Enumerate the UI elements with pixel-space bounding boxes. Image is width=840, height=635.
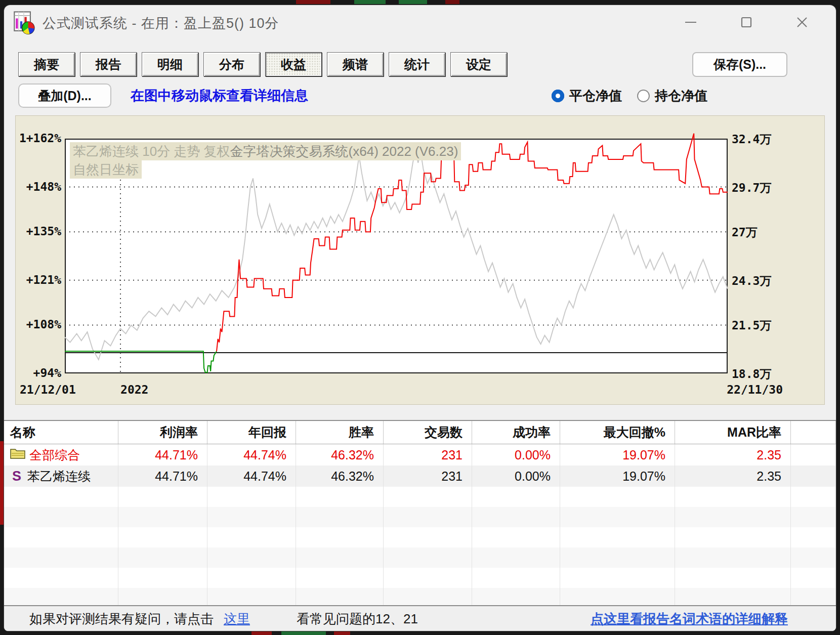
row-name: 苯乙烯连续 — [27, 468, 91, 485]
empty-cell — [675, 568, 791, 588]
value-cell: 0.00% — [472, 444, 560, 465]
overlay-button[interactable]: 叠加(D)... — [18, 83, 111, 108]
radio-closed-equity[interactable]: 平仓净值 — [552, 87, 622, 105]
equity-mode-radios: 平仓净值持仓净值 — [552, 83, 707, 108]
empty-cell — [207, 547, 296, 568]
empty-cell — [472, 588, 560, 606]
table-row-empty — [4, 547, 836, 568]
background-candle-sliver — [281, 631, 326, 635]
desktop-background: 公式测试系统 - 在用：盈上盈5() 10分 摘要报告明细分布收益频谱统计设定 … — [0, 0, 840, 635]
background-candle-sliver — [445, 0, 459, 4]
empty-cell — [296, 527, 384, 547]
tab-statistics[interactable]: 统计 — [389, 52, 445, 76]
y-axis-left-tick: +135% — [16, 225, 61, 238]
column-header: 利润率 — [118, 421, 207, 444]
tab-summary[interactable]: 摘要 — [18, 52, 75, 76]
name-cell: 全部综合 — [4, 444, 118, 465]
table-row-empty — [4, 527, 836, 547]
sub-toolbar: 叠加(D)... 在图中移动鼠标查看详细信息 平仓净值持仓净值 — [4, 83, 836, 109]
empty-cell — [791, 588, 836, 606]
name-cell: S苯乙烯连续 — [4, 465, 118, 487]
y-axis-left-tick: +121% — [16, 273, 61, 286]
faq-here-link[interactable]: 这里 — [224, 610, 250, 628]
value-cell: 2.35 — [675, 444, 791, 465]
status-bar: 如果对评测结果有疑问，请点击 这里 看常见问题的12、21 点这里看报告名词术语… — [4, 607, 836, 631]
empty-cell — [560, 547, 675, 568]
value-cell: 19.07% — [560, 465, 675, 487]
value-cell: 44.71% — [118, 444, 207, 465]
tab-bar: 摘要报告明细分布收益频谱统计设定 — [18, 52, 507, 77]
empty-cell — [472, 568, 560, 588]
empty-cell — [384, 507, 472, 527]
tab-returns[interactable]: 收益 — [265, 52, 322, 76]
background-candle-sliver — [354, 0, 386, 4]
radio-holding-equity[interactable]: 持仓净值 — [637, 87, 707, 105]
mouse-hover-hint: 在图中移动鼠标查看详细信息 — [131, 83, 308, 108]
empty-cell — [791, 487, 836, 507]
empty-cell — [207, 487, 296, 507]
empty-cell — [4, 547, 118, 568]
empty-cell — [118, 507, 207, 527]
empty-cell — [118, 588, 207, 606]
y-axis-right-tick: 24.3万 — [732, 273, 797, 289]
table-row-composite[interactable]: 全部综合44.71%44.74%46.32%2310.00%19.07%2.35 — [4, 444, 836, 465]
empty-cell — [207, 527, 296, 547]
empty-cell — [296, 588, 384, 606]
app-window: 公式测试系统 - 在用：盈上盈5() 10分 摘要报告明细分布收益频谱统计设定 … — [4, 5, 836, 631]
empty-cell — [118, 487, 207, 507]
value-cell: 2.35 — [675, 465, 791, 487]
equity-chart-plot[interactable] — [65, 139, 728, 373]
empty-cell — [675, 507, 791, 527]
empty-cell — [675, 588, 791, 606]
value-cell: 46.32% — [296, 465, 384, 487]
empty-cell — [472, 487, 560, 507]
empty-cell — [118, 527, 207, 547]
y-axis-left-tick: +94% — [16, 366, 61, 379]
y-axis-left-tick: 1+162% — [16, 132, 61, 145]
window-title: 公式测试系统 - 在用：盈上盈5() 10分 — [43, 5, 279, 41]
background-candle-sliver — [296, 0, 330, 4]
empty-cell — [791, 527, 836, 547]
table-row-instrument[interactable]: S苯乙烯连续44.71%44.74%46.32%2310.00%19.07%2.… — [4, 465, 836, 487]
equity-chart-panel: 苯乙烯连续 10分 走势 复权金字塔决策交易系统(x64) 2022 (V6.2… — [15, 115, 825, 405]
radio-closed-equity-icon[interactable] — [552, 90, 564, 102]
close-button[interactable] — [782, 8, 822, 36]
value-cell: 231 — [384, 444, 472, 465]
value-cell — [791, 444, 836, 465]
empty-cell — [207, 568, 296, 588]
tab-report[interactable]: 报告 — [80, 52, 137, 76]
tab-settings[interactable]: 设定 — [450, 52, 507, 76]
equity-below-initial-line — [65, 351, 217, 372]
y-axis-right-tick: 27万 — [732, 225, 797, 240]
glossary-link[interactable]: 点这里看报告名词术语的详细解释 — [591, 610, 788, 628]
empty-cell — [384, 527, 472, 547]
tab-spectrum[interactable]: 频谱 — [327, 52, 384, 76]
save-button[interactable]: 保存(S)... — [692, 52, 787, 77]
value-cell: 44.74% — [207, 465, 296, 487]
tab-distribution[interactable]: 分布 — [203, 52, 260, 76]
empty-cell — [4, 588, 118, 606]
table-row-empty — [4, 588, 836, 606]
column-header: 交易数 — [384, 421, 472, 444]
app-icon — [12, 11, 35, 34]
maximize-button[interactable] — [727, 8, 766, 36]
radio-closed-equity-label: 平仓净值 — [569, 87, 622, 105]
background-candle-sliver — [0, 441, 4, 525]
background-candle-sliver — [251, 631, 272, 635]
table-row-empty — [4, 507, 836, 527]
empty-cell — [675, 487, 791, 507]
empty-cell — [118, 547, 207, 568]
tab-detail[interactable]: 明细 — [142, 52, 198, 76]
radio-holding-equity-icon[interactable] — [637, 90, 650, 102]
empty-cell — [4, 527, 118, 547]
y-axis-right-tick: 21.5万 — [732, 318, 797, 333]
empty-cell — [791, 507, 836, 527]
empty-cell — [207, 588, 296, 606]
empty-cell — [384, 547, 472, 568]
value-cell — [791, 465, 836, 487]
y-axis-right-tick: 32.4万 — [732, 132, 797, 147]
empty-cell — [296, 547, 384, 568]
empty-cell — [472, 547, 560, 568]
y-axis-right-tick: 18.8万 — [732, 366, 797, 382]
minimize-button[interactable] — [671, 8, 710, 36]
